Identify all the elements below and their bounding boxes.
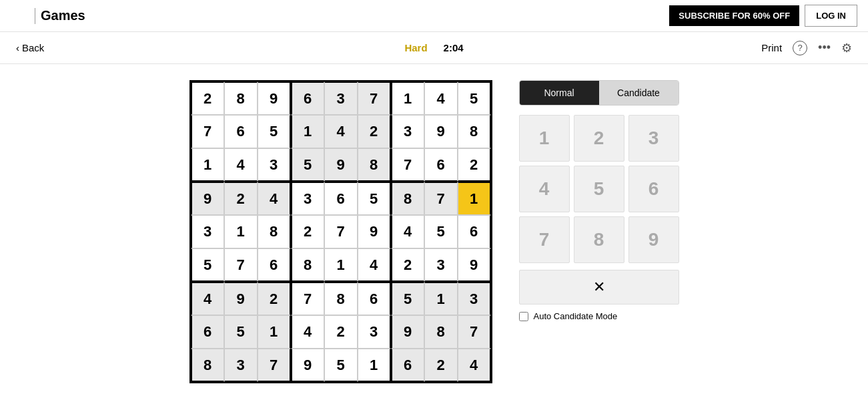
sudoku-cell[interactable]: 3	[391, 115, 424, 148]
sudoku-cell[interactable]: 6	[424, 148, 458, 182]
print-button[interactable]: Print	[761, 42, 782, 53]
sudoku-cell[interactable]: 6	[191, 315, 224, 349]
sudoku-cell[interactable]: 6	[258, 248, 291, 282]
sudoku-cell[interactable]: 3	[358, 315, 391, 349]
sudoku-cell[interactable]: 6	[224, 115, 258, 148]
sudoku-cell[interactable]: 9	[224, 282, 258, 315]
sudoku-cell[interactable]: 6	[291, 81, 324, 115]
sudoku-cell[interactable]: 5	[391, 282, 424, 315]
sudoku-cell[interactable]: 8	[458, 115, 491, 148]
num-btn-1[interactable]: 1	[519, 115, 570, 162]
normal-mode-button[interactable]: Normal	[520, 81, 599, 105]
sudoku-cell[interactable]: 7	[291, 282, 324, 315]
sudoku-cell[interactable]: 1	[191, 148, 224, 182]
sudoku-cell[interactable]: 8	[424, 315, 458, 349]
num-btn-8[interactable]: 8	[574, 216, 624, 263]
num-btn-7[interactable]: 7	[519, 216, 570, 263]
sudoku-cell[interactable]: 6	[358, 282, 391, 315]
sudoku-cell[interactable]: 2	[424, 349, 458, 382]
sudoku-cell[interactable]: 2	[291, 215, 324, 248]
sudoku-cell[interactable]: 5	[358, 182, 391, 215]
sudoku-cell[interactable]: 6	[391, 349, 424, 382]
num-btn-3[interactable]: 3	[628, 115, 679, 162]
sudoku-cell[interactable]: 8	[191, 349, 224, 382]
sudoku-cell[interactable]: 8	[324, 282, 358, 315]
sudoku-cell[interactable]: 8	[291, 248, 324, 282]
sudoku-cell[interactable]: 7	[258, 349, 291, 382]
sudoku-cell[interactable]: 9	[424, 115, 458, 148]
sudoku-cell[interactable]: 4	[391, 215, 424, 248]
sudoku-cell[interactable]: 2	[358, 115, 391, 148]
sudoku-cell[interactable]: 8	[224, 81, 258, 115]
sudoku-cell[interactable]: 1	[258, 315, 291, 349]
sudoku-cell[interactable]: 9	[458, 248, 491, 282]
sudoku-cell[interactable]: 7	[324, 215, 358, 248]
sudoku-cell[interactable]: 5	[324, 349, 358, 382]
sudoku-cell[interactable]: 2	[324, 315, 358, 349]
sudoku-cell[interactable]: 1	[424, 282, 458, 315]
sudoku-cell[interactable]: 7	[391, 148, 424, 182]
sudoku-cell[interactable]: 7	[358, 81, 391, 115]
sudoku-cell[interactable]: 4	[424, 81, 458, 115]
sudoku-cell[interactable]: 4	[224, 148, 258, 182]
sudoku-cell[interactable]: 1	[358, 349, 391, 382]
sudoku-cell[interactable]: 7	[424, 182, 458, 215]
sudoku-cell[interactable]: 3	[291, 182, 324, 215]
sudoku-cell[interactable]: 4	[191, 282, 224, 315]
subscribe-button[interactable]: SUBSCRIBE FOR 60% OFF	[669, 5, 799, 26]
sudoku-cell[interactable]: 8	[358, 148, 391, 182]
sudoku-cell[interactable]: 3	[458, 282, 491, 315]
erase-button[interactable]: ✕	[519, 270, 679, 305]
sudoku-cell[interactable]: 5	[224, 315, 258, 349]
sudoku-cell[interactable]: 2	[458, 148, 491, 182]
more-button[interactable]: •••	[818, 41, 831, 55]
sudoku-cell[interactable]: 1	[391, 81, 424, 115]
sudoku-cell[interactable]: 4	[324, 115, 358, 148]
sudoku-cell[interactable]: 3	[191, 215, 224, 248]
back-button[interactable]: ‹ Back	[16, 42, 44, 53]
sudoku-cell[interactable]: 5	[258, 115, 291, 148]
sudoku-cell[interactable]: 5	[191, 248, 224, 282]
num-btn-6[interactable]: 6	[628, 166, 679, 212]
sudoku-cell[interactable]: 4	[458, 349, 491, 382]
sudoku-cell[interactable]: 1	[291, 115, 324, 148]
sudoku-cell[interactable]: 2	[258, 282, 291, 315]
sudoku-cell[interactable]: 3	[424, 248, 458, 282]
sudoku-cell[interactable]: 7	[224, 248, 258, 282]
sudoku-cell[interactable]: 1	[324, 248, 358, 282]
sudoku-cell[interactable]: 5	[424, 215, 458, 248]
num-btn-2[interactable]: 2	[574, 115, 624, 162]
sudoku-cell[interactable]: 1	[224, 215, 258, 248]
login-button[interactable]: LOG IN	[805, 5, 857, 27]
sudoku-cell[interactable]: 2	[391, 248, 424, 282]
sudoku-cell[interactable]: 5	[291, 148, 324, 182]
sudoku-cell[interactable]: 4	[291, 315, 324, 349]
settings-button[interactable]: ⚙	[841, 41, 852, 55]
sudoku-cell[interactable]: 1	[458, 182, 491, 215]
sudoku-cell[interactable]: 8	[258, 215, 291, 248]
sudoku-cell[interactable]: 6	[458, 215, 491, 248]
sudoku-cell[interactable]: 3	[224, 349, 258, 382]
sudoku-cell[interactable]: 9	[258, 81, 291, 115]
help-button[interactable]: ?	[793, 40, 807, 55]
sudoku-cell[interactable]: 2	[191, 81, 224, 115]
sudoku-cell[interactable]: 4	[358, 248, 391, 282]
sudoku-cell[interactable]: 7	[458, 315, 491, 349]
sudoku-cell[interactable]: 7	[191, 115, 224, 148]
sudoku-cell[interactable]: 8	[391, 182, 424, 215]
num-btn-9[interactable]: 9	[628, 216, 679, 263]
candidate-mode-button[interactable]: Candidate	[599, 81, 679, 105]
auto-candidate-checkbox[interactable]	[519, 312, 528, 321]
sudoku-cell[interactable]: 6	[324, 182, 358, 215]
sudoku-cell[interactable]: 9	[358, 215, 391, 248]
sudoku-cell[interactable]: 3	[324, 81, 358, 115]
num-btn-4[interactable]: 4	[519, 166, 570, 212]
sudoku-cell[interactable]: 9	[191, 182, 224, 215]
sudoku-cell[interactable]: 5	[458, 81, 491, 115]
sudoku-cell[interactable]: 4	[258, 182, 291, 215]
sudoku-cell[interactable]: 2	[224, 182, 258, 215]
sudoku-cell[interactable]: 9	[291, 349, 324, 382]
sudoku-cell[interactable]: 9	[324, 148, 358, 182]
sudoku-cell[interactable]: 9	[391, 315, 424, 349]
num-btn-5[interactable]: 5	[574, 166, 624, 212]
